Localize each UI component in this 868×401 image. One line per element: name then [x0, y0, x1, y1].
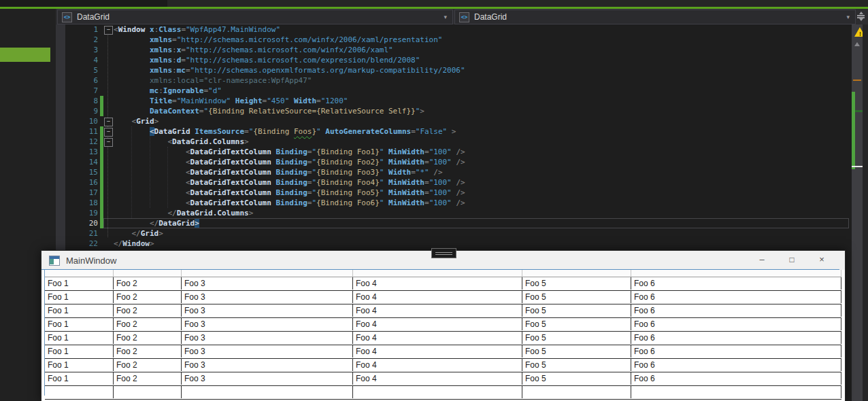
- vertical-scrollbar[interactable]: [852, 24, 863, 401]
- datagrid-header-cell[interactable]: [631, 270, 841, 277]
- code-line[interactable]: <DataGridTextColumn Binding="{Binding Fo…: [114, 147, 465, 157]
- code-line[interactable]: xmlns:local="clr-namespace:WpfApp47": [114, 75, 312, 86]
- datagrid-cell[interactable]: Foo 5: [522, 291, 631, 303]
- datagrid-cell[interactable]: Foo 6: [631, 345, 841, 358]
- datagrid-cell[interactable]: Foo 3: [182, 332, 353, 344]
- code-line[interactable]: <DataGridTextColumn Binding="{Binding Fo…: [114, 198, 465, 208]
- datagrid-new-item-row[interactable]: [45, 386, 841, 400]
- datagrid-cell[interactable]: [182, 386, 353, 398]
- datagrid-cell[interactable]: Foo 2: [114, 277, 182, 290]
- code-line[interactable]: </DataGrid>: [114, 218, 199, 228]
- datagrid-cell[interactable]: Foo 3: [182, 277, 353, 290]
- chevron-down-icon[interactable]: ▾: [444, 14, 447, 20]
- datagrid-cell[interactable]: [114, 386, 182, 398]
- datagrid-cell[interactable]: Foo 2: [114, 372, 182, 385]
- datagrid-cell[interactable]: Foo 6: [631, 359, 841, 371]
- datagrid-row[interactable]: Foo 1Foo 2Foo 3Foo 4Foo 5Foo 6: [45, 291, 841, 304]
- fold-collapse-glyph[interactable]: −: [104, 138, 113, 147]
- datagrid-cell[interactable]: Foo 4: [353, 304, 522, 317]
- datagrid-cell[interactable]: Foo 3: [182, 291, 353, 303]
- datagrid-cell[interactable]: Foo 1: [45, 345, 114, 358]
- datagrid-row[interactable]: Foo 1Foo 2Foo 3Foo 4Foo 5Foo 6: [45, 277, 841, 291]
- code-line[interactable]: <DataGridTextColumn Binding="{Binding Fo…: [114, 177, 465, 188]
- datagrid-cell[interactable]: Foo 5: [522, 372, 631, 385]
- datagrid-cell[interactable]: Foo 2: [114, 318, 182, 330]
- datagrid-row[interactable]: Foo 1Foo 2Foo 3Foo 4Foo 5Foo 6: [45, 304, 841, 318]
- datagrid-cell[interactable]: Foo 6: [631, 304, 841, 317]
- datagrid-cell[interactable]: Foo 5: [522, 318, 631, 330]
- datagrid-row[interactable]: Foo 1Foo 2Foo 3Foo 4Foo 5Foo 6: [45, 359, 841, 372]
- datagrid-cell[interactable]: Foo 1: [45, 332, 114, 344]
- datagrid-row[interactable]: Foo 1Foo 2Foo 3Foo 4Foo 5Foo 6: [45, 345, 841, 359]
- code-line[interactable]: <DataGridTextColumn Binding="{Binding Fo…: [114, 167, 443, 177]
- datagrid-header-cell[interactable]: [114, 270, 182, 277]
- datagrid-header-cell[interactable]: [353, 270, 522, 277]
- datagrid-cell[interactable]: Foo 6: [631, 277, 841, 290]
- code-line[interactable]: <Window x:Class="WpfApp47.MainWindow": [114, 24, 280, 35]
- datagrid-cell[interactable]: Foo 2: [114, 332, 182, 344]
- code-line[interactable]: xmlns:x="http://schemas.microsoft.com/wi…: [114, 45, 393, 55]
- datagrid-cell[interactable]: Foo 2: [114, 304, 182, 317]
- code-line[interactable]: xmlns="http://schemas.microsoft.com/winf…: [114, 35, 442, 45]
- datagrid-cell[interactable]: Foo 3: [182, 372, 353, 385]
- datagrid-cell[interactable]: Foo 6: [631, 332, 841, 344]
- datagrid-cell[interactable]: Foo 1: [45, 359, 114, 371]
- datagrid-cell[interactable]: Foo 6: [631, 318, 841, 330]
- datagrid-cell[interactable]: Foo 4: [353, 318, 522, 330]
- code-line[interactable]: mc:Ignorable="d": [114, 86, 222, 96]
- maximize-button[interactable]: □: [777, 251, 807, 270]
- scrollbar-up-arrow-icon[interactable]: [854, 42, 860, 46]
- datagrid-cell[interactable]: Foo 2: [114, 291, 182, 303]
- datagrid-row[interactable]: Foo 1Foo 2Foo 3Foo 4Foo 5Foo 6: [45, 332, 841, 345]
- fold-collapse-glyph[interactable]: −: [104, 118, 113, 126]
- editor-split-grip-icon[interactable]: [856, 11, 867, 22]
- element-dropdown-left[interactable]: <> DataGrid ▾: [57, 10, 453, 24]
- datagrid-cell[interactable]: Foo 4: [353, 332, 522, 344]
- datagrid-cell[interactable]: Foo 5: [522, 332, 631, 344]
- datagrid-cell[interactable]: Foo 5: [522, 304, 631, 317]
- datagrid-cell[interactable]: Foo 3: [182, 318, 353, 330]
- close-button[interactable]: ×: [807, 251, 837, 270]
- code-line[interactable]: xmlns:mc="http://schemas.openxmlformats.…: [114, 65, 465, 75]
- datagrid[interactable]: Foo 1Foo 2Foo 3Foo 4Foo 5Foo 6Foo 1Foo 2…: [45, 270, 841, 400]
- datagrid-cell[interactable]: Foo 5: [522, 345, 631, 358]
- code-line[interactable]: <DataGrid ItemsSource="{Binding Foos}" A…: [114, 126, 456, 137]
- datagrid-cell[interactable]: Foo 1: [45, 277, 114, 290]
- datagrid-cell[interactable]: Foo 3: [182, 345, 353, 358]
- datagrid-cell[interactable]: Foo 4: [353, 345, 522, 358]
- code-line[interactable]: <DataGridTextColumn Binding="{Binding Fo…: [114, 188, 465, 198]
- fold-collapse-glyph[interactable]: −: [104, 26, 113, 35]
- datagrid-cell[interactable]: Foo 3: [182, 304, 353, 317]
- datagrid-cell[interactable]: Foo 2: [114, 359, 182, 371]
- code-line[interactable]: </Grid>: [114, 228, 163, 239]
- datagrid-cell[interactable]: [631, 386, 841, 398]
- datagrid-header-cell[interactable]: [182, 270, 353, 277]
- code-line[interactable]: xmlns:d="http://schemas.microsoft.com/ex…: [114, 55, 420, 65]
- datagrid-cell[interactable]: Foo 4: [353, 359, 522, 371]
- code-line[interactable]: <Grid>: [114, 116, 158, 126]
- datagrid-header-cell[interactable]: [522, 270, 631, 277]
- code-line[interactable]: DataContext="{Binding RelativeSource={Re…: [114, 106, 424, 116]
- datagrid-cell[interactable]: Foo 4: [353, 372, 522, 385]
- datagrid-header-cell[interactable]: [45, 270, 114, 277]
- minimize-button[interactable]: –: [747, 251, 777, 270]
- datagrid-cell[interactable]: Foo 1: [45, 372, 114, 385]
- chevron-down-icon[interactable]: ▾: [846, 14, 850, 20]
- datagrid-cell[interactable]: Foo 6: [631, 291, 841, 303]
- datagrid-cell[interactable]: Foo 3: [182, 359, 353, 371]
- datagrid-cell[interactable]: [353, 386, 522, 398]
- code-line[interactable]: </DataGrid.Columns>: [114, 208, 253, 218]
- code-line[interactable]: </Window>: [114, 239, 154, 249]
- code-line[interactable]: <DataGridTextColumn Binding="{Binding Fo…: [114, 157, 465, 167]
- datagrid-cell[interactable]: Foo 4: [353, 291, 522, 303]
- datagrid-cell[interactable]: Foo 2: [114, 345, 182, 358]
- drag-handle[interactable]: [431, 248, 456, 258]
- datagrid-row[interactable]: Foo 1Foo 2Foo 3Foo 4Foo 5Foo 6: [45, 372, 841, 386]
- datagrid-cell[interactable]: [45, 386, 114, 398]
- datagrid-cell[interactable]: Foo 6: [631, 372, 841, 385]
- datagrid-row[interactable]: Foo 1Foo 2Foo 3Foo 4Foo 5Foo 6: [45, 318, 841, 332]
- datagrid-cell[interactable]: Foo 4: [353, 277, 522, 290]
- datagrid-cell[interactable]: [522, 386, 631, 398]
- datagrid-cell[interactable]: Foo 5: [522, 277, 631, 290]
- element-dropdown-right[interactable]: <> DataGrid ▾: [454, 10, 856, 24]
